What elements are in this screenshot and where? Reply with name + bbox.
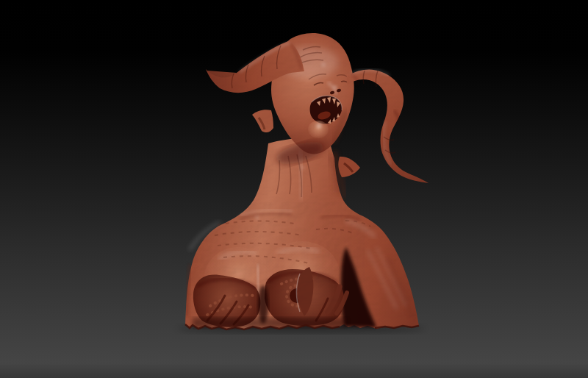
chest-scales-texture — [195, 206, 356, 279]
sculpt-app-window — [0, 0, 588, 378]
sculpt-viewport-canvas[interactable] — [0, 0, 588, 378]
demon-bust-sculpture — [176, 26, 430, 333]
sculpture-render — [0, 0, 588, 378]
